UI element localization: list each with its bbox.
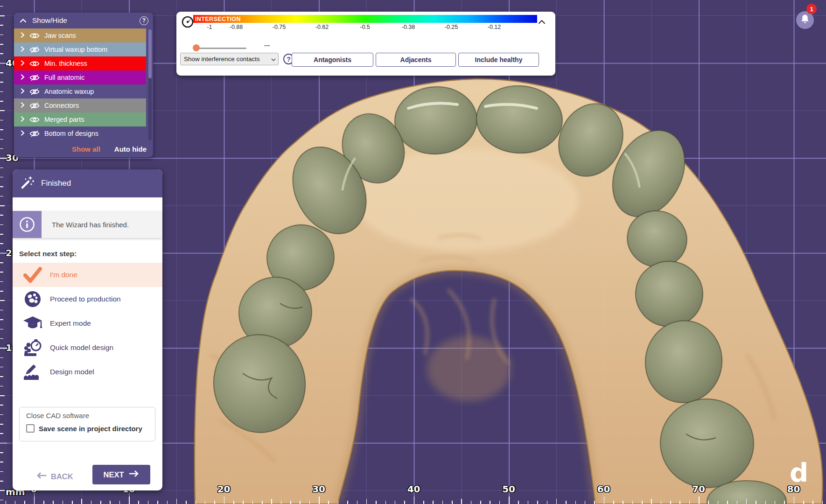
arrow-right-icon (128, 470, 140, 479)
layer-list: Jaw scansVirtual waxup bottomMin. thickn… (14, 28, 153, 140)
antagonists-button[interactable]: Antagonists (292, 53, 373, 67)
eye-hidden-icon[interactable] (29, 46, 42, 53)
colorbar-tick-label: -0.62 (315, 24, 329, 30)
auto-hide-button[interactable]: Auto hide (114, 145, 147, 153)
eye-visible-icon[interactable] (29, 32, 42, 39)
collapse-chevron-icon[interactable] (20, 16, 27, 25)
check-icon (22, 267, 43, 283)
next-step-options: I'm doneProceed to productionExpert mode… (13, 263, 162, 384)
layer-row-jaw-scans[interactable]: Jaw scans (14, 28, 146, 42)
option-label: Expert mode (50, 319, 91, 328)
layer-label: Connectors (44, 102, 79, 109)
next-step-option-i-m-done[interactable]: I'm done (13, 263, 162, 287)
layer-label: Merged parts (44, 116, 84, 123)
wizard-message: The Wizard has finished. (42, 211, 162, 238)
eye-hidden-icon[interactable] (29, 102, 42, 109)
eye-visible-icon[interactable] (29, 116, 42, 123)
wizard-panel: Finished The Wizard has finished. Select… (13, 169, 162, 490)
colorbar-tick-label: -0.5 (360, 24, 370, 30)
expand-chevron-icon[interactable] (21, 115, 25, 124)
show-hide-panel: Show/Hide ? Jaw scansVirtual waxup botto… (14, 13, 153, 157)
expand-chevron-icon[interactable] (21, 45, 25, 54)
magic-wand-icon (20, 175, 35, 192)
info-icon (13, 211, 42, 238)
contacts-mode-dropdown[interactable]: Show interference contacts (180, 53, 279, 65)
layer-row-full-anatomic[interactable]: Full anatomic (14, 70, 146, 84)
eye-hidden-icon[interactable] (29, 74, 42, 81)
dropdown-value: Show interference contacts (184, 56, 271, 63)
layer-row-connectors[interactable]: Connectors (14, 98, 146, 112)
adjacents-button[interactable]: Adjacents (376, 53, 456, 67)
back-label: BACK (51, 472, 73, 481)
intersection-panel: INTERSECTION -1-0.88-0.75-0.62-0.5-0.38-… (176, 12, 555, 76)
layer-row-bottom-of-designs[interactable]: Bottom of designs (14, 126, 146, 140)
colorbar-tick-label: -0.12 (488, 24, 501, 30)
more-options[interactable]: ... (264, 40, 270, 48)
layer-label: Jaw scans (44, 32, 76, 39)
expand-chevron-icon[interactable] (21, 87, 25, 96)
next-step-option-design-model[interactable]: Design model (13, 360, 162, 384)
scrollbar-thumb[interactable] (148, 29, 152, 78)
show-hide-header: Show/Hide ? (14, 13, 153, 28)
include-healthy-button[interactable]: Include healthy (458, 53, 539, 67)
expand-chevron-icon[interactable] (21, 129, 25, 138)
option-label: Design model (50, 368, 94, 376)
colorbar-tick-label: -0.75 (273, 24, 286, 30)
save-scene-label: Save scene in project directory (39, 425, 142, 433)
colorbar-tick-label: -0.88 (230, 24, 243, 30)
pencil-model-icon (22, 363, 43, 381)
production-icon (22, 290, 43, 308)
next-step-option-quick-model-design[interactable]: Quick model design (13, 336, 162, 360)
arrow-left-icon (36, 472, 47, 481)
select-next-step-label: Select next step: (19, 250, 77, 258)
app-canvas: mm 01020304050607080 40302010 Show/Hide … (0, 0, 826, 504)
layer-label: Min. thickness (44, 60, 87, 67)
notification-count-badge: 1 (806, 4, 817, 14)
wizard-title: Finished (41, 179, 71, 188)
bell-icon (800, 14, 810, 26)
save-scene-checkbox-row[interactable]: Save scene in project directory (26, 424, 142, 433)
layer-label: Virtual waxup bottom (44, 46, 107, 53)
intersection-colorbar (193, 15, 537, 23)
option-label: Quick model design (50, 343, 113, 352)
stopwatch-model-icon (22, 338, 43, 357)
threshold-slider-track[interactable] (196, 48, 246, 49)
chevron-down-icon (271, 55, 276, 63)
close-cad-group: Close CAD software Save scene in project… (19, 407, 155, 441)
expand-chevron-icon[interactable] (21, 59, 25, 68)
show-hide-title: Show/Hide (32, 16, 140, 25)
brand-logo: d (790, 457, 808, 488)
next-button[interactable]: NEXT (92, 465, 150, 484)
graduation-cap-icon (22, 315, 43, 332)
close-cad-title: Close CAD software (26, 412, 89, 420)
layer-label: Full anatomic (44, 74, 84, 81)
panel-collapse-chevron-icon[interactable] (538, 18, 547, 26)
layer-label: Anatomic waxup (44, 88, 94, 95)
layer-row-merged-parts[interactable]: Merged parts (14, 112, 146, 126)
wizard-header: Finished (13, 169, 162, 197)
threshold-slider-knob[interactable] (193, 44, 200, 51)
help-icon[interactable]: ? (140, 16, 148, 25)
wizard-info-row: The Wizard has finished. (13, 211, 162, 238)
expand-chevron-icon[interactable] (21, 73, 25, 82)
next-step-option-proceed-to-production[interactable]: Proceed to production (13, 287, 162, 311)
next-step-option-expert-mode[interactable]: Expert mode (13, 311, 162, 336)
layer-label: Bottom of designs (44, 130, 98, 137)
layer-row-anatomic-waxup[interactable]: Anatomic waxup (14, 84, 146, 98)
eye-hidden-icon[interactable] (29, 88, 42, 95)
show-all-button[interactable]: Show all (72, 145, 100, 153)
contacts-gauge-icon[interactable] (181, 15, 194, 30)
expand-chevron-icon[interactable] (21, 101, 25, 110)
option-label: Proceed to production (50, 295, 121, 303)
layer-row-virtual-waxup-bottom[interactable]: Virtual waxup bottom (14, 42, 146, 56)
eye-visible-icon[interactable] (29, 60, 42, 67)
colorbar-tick-label: -0.38 (402, 24, 415, 30)
colorbar-tick-label: -1 (207, 24, 212, 30)
colorbar-tick-label: -0.25 (445, 24, 458, 30)
scrollbar[interactable] (148, 29, 152, 140)
layer-row-min-thickness[interactable]: Min. thickness (14, 56, 146, 70)
eye-hidden-icon[interactable] (29, 130, 42, 137)
back-button[interactable]: BACK (36, 472, 73, 481)
expand-chevron-icon[interactable] (21, 31, 25, 40)
save-scene-checkbox[interactable] (26, 424, 35, 433)
